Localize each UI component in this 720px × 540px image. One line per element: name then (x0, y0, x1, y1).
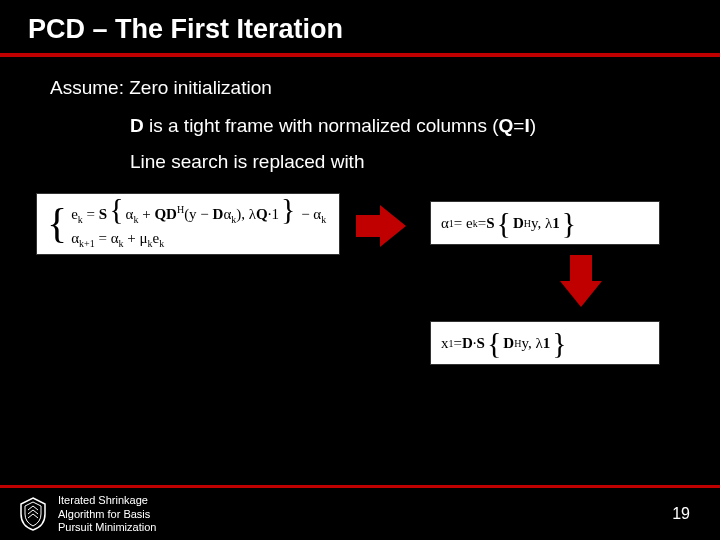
assume-label: Assume: (50, 77, 124, 98)
equations-area: { ek = S{αk + QDH(y − Dαk), λQ·1} − αk α… (50, 193, 690, 393)
rbrace-icon: } (562, 211, 576, 235)
t: D (513, 212, 524, 235)
t: y, λ (531, 212, 552, 235)
t: e (71, 206, 78, 222)
t: y, λ (521, 332, 542, 355)
t: D (503, 332, 514, 355)
t: k (321, 214, 326, 225)
t: H (524, 216, 531, 231)
t: + μ (124, 230, 148, 246)
t: Q (256, 206, 268, 222)
t: S (477, 332, 485, 355)
b2-text: is a tight frame with normalized columns… (144, 115, 499, 136)
Q-symbol: Q (499, 115, 514, 136)
t: = (478, 212, 486, 235)
bullet-3: Line search is replaced with (130, 151, 690, 173)
t: QD (154, 206, 177, 222)
lbrace-icon: { (109, 192, 123, 225)
D-symbol: D (130, 115, 144, 136)
t: = e (454, 212, 473, 235)
t: = α (95, 230, 119, 246)
b2-post: ) (530, 115, 536, 136)
t: x (441, 332, 449, 355)
equation-left: { ek = S{αk + QDH(y − Dαk), λQ·1} − αk α… (36, 193, 340, 255)
footer-line3: Pursuit Minimization (58, 521, 156, 534)
rbrace-icon: } (281, 192, 295, 225)
t: ), λ (236, 206, 256, 222)
slide-title: PCD – The First Iteration (28, 14, 720, 45)
lbrace-icon: { (487, 331, 501, 355)
t: k (159, 238, 164, 249)
t: (y − (184, 206, 212, 222)
t: = (454, 332, 462, 355)
t: ·1 (268, 206, 279, 222)
assume-line: Assume: Zero initialization (50, 77, 690, 99)
t: + (138, 206, 154, 222)
footer-line1: Iterated Shrinkage (58, 494, 156, 507)
title-area: PCD – The First Iteration (0, 0, 720, 53)
eq-left-row1: ek = S{αk + QDH(y − Dαk), λQ·1} − αk (71, 197, 326, 227)
footer-left: Iterated Shrinkage Algorithm for Basis P… (18, 494, 156, 534)
eq-left-row2: αk+1 = αk + μkek (71, 227, 326, 251)
footer: Iterated Shrinkage Algorithm for Basis P… (0, 485, 720, 540)
t: 1 (543, 332, 551, 355)
brace-icon: { (47, 207, 67, 241)
t: S (99, 206, 107, 222)
bullet-1: Zero initialization (129, 77, 272, 98)
page-number: 19 (672, 505, 690, 523)
t: k+1 (79, 238, 95, 249)
t: H (514, 336, 521, 351)
t: α (441, 212, 449, 235)
t: α (71, 230, 79, 246)
t: S (486, 212, 494, 235)
t: − α (297, 206, 321, 222)
bullet-2: D is a tight frame with normalized colum… (130, 115, 690, 137)
institution-logo-icon (18, 496, 48, 532)
t: = (83, 206, 99, 222)
lbrace-icon: { (497, 211, 511, 235)
rbrace-icon: } (552, 331, 566, 355)
body-area: Assume: Zero initialization D is a tight… (0, 57, 720, 393)
equation-right-top: α1 = ek = S{ DHy, λ1} (430, 201, 660, 245)
footer-line2: Algorithm for Basis (58, 508, 156, 521)
eq-left-lines: ek = S{αk + QDH(y − Dαk), λQ·1} − αk αk+… (71, 197, 326, 251)
equation-right-bottom: x1 = D·S{ DHy, λ1} (430, 321, 660, 365)
footer-content: Iterated Shrinkage Algorithm for Basis P… (0, 488, 720, 540)
t: D (462, 332, 473, 355)
footer-text: Iterated Shrinkage Algorithm for Basis P… (58, 494, 156, 534)
t: 1 (552, 212, 560, 235)
equals: = (513, 115, 524, 136)
t: D (213, 206, 224, 222)
